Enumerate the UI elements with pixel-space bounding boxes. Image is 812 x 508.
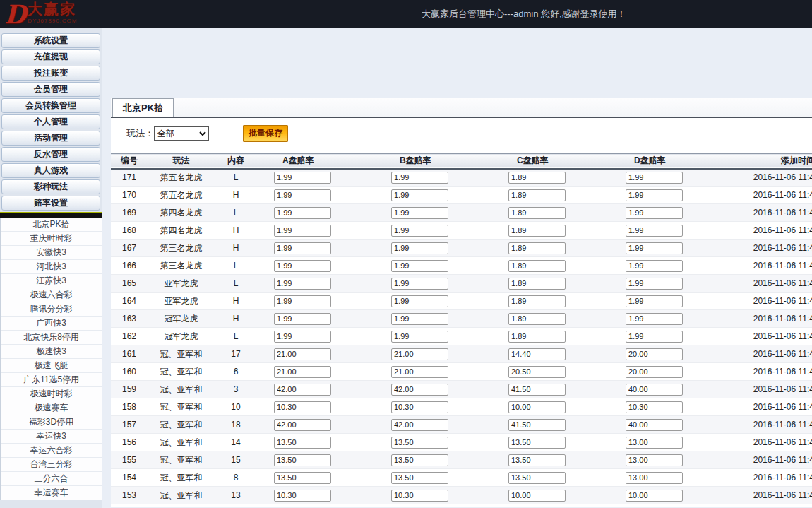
batch-save-button[interactable]: 批量保存 [243, 125, 288, 142]
sidebar-menu-button[interactable]: 个人管理 [1, 114, 100, 129]
sidebar-menu-button[interactable]: 系统设置 [1, 33, 100, 48]
odds-c-input[interactable] [508, 242, 566, 254]
odds-c-input[interactable] [508, 490, 566, 502]
sidebar-lottery-item[interactable]: 广西快3 [1, 317, 102, 331]
odds-c-input[interactable] [508, 189, 566, 201]
sidebar-menu-button[interactable]: 彩种玩法 [1, 179, 100, 194]
sidebar-menu-button[interactable]: 投注账变 [1, 66, 100, 81]
sidebar-menu-button[interactable]: 真人游戏 [1, 163, 100, 178]
sidebar-lottery-item[interactable]: 幸运快3 [1, 430, 102, 444]
odds-d-input[interactable] [626, 419, 683, 431]
sidebar-lottery-item[interactable]: 北京PK拾 [1, 218, 102, 232]
odds-b-input[interactable] [391, 472, 448, 484]
odds-a-input[interactable] [274, 242, 331, 254]
sidebar-menu-button[interactable]: 赔率设置 [1, 196, 100, 211]
odds-a-input[interactable] [274, 366, 331, 378]
odds-c-input[interactable] [508, 313, 566, 325]
odds-c-input[interactable] [508, 295, 566, 307]
odds-d-input[interactable] [626, 207, 683, 219]
odds-b-input[interactable] [391, 348, 448, 360]
odds-b-input[interactable] [391, 172, 448, 184]
odds-c-input[interactable] [508, 366, 566, 378]
sidebar-lottery-item[interactable]: 河北快3 [1, 260, 102, 274]
sidebar-lottery-item[interactable]: 极速飞艇 [1, 359, 102, 373]
sidebar-lottery-item[interactable]: 极速赛车 [1, 401, 102, 415]
odds-b-input[interactable] [391, 278, 448, 290]
odds-b-input[interactable] [391, 313, 448, 325]
odds-b-input[interactable] [391, 225, 448, 237]
sidebar-menu-button[interactable]: 充值提现 [1, 49, 100, 64]
odds-d-input[interactable] [626, 278, 683, 290]
odds-b-input[interactable] [391, 419, 448, 431]
odds-d-input[interactable] [626, 260, 683, 272]
odds-b-input[interactable] [391, 437, 448, 449]
sidebar-lottery-item[interactable]: 北京快乐8停用 [1, 331, 102, 345]
odds-d-input[interactable] [626, 295, 683, 307]
odds-c-input[interactable] [508, 331, 566, 343]
odds-a-input[interactable] [274, 313, 331, 325]
odds-b-input[interactable] [391, 242, 448, 254]
odds-a-input[interactable] [274, 419, 331, 431]
sidebar-lottery-item[interactable]: 幸运六合彩 [1, 444, 102, 458]
odds-d-input[interactable] [626, 172, 683, 184]
odds-d-input[interactable] [626, 366, 683, 378]
sidebar-menu-button[interactable]: 反水管理 [1, 147, 100, 162]
odds-d-input[interactable] [626, 384, 683, 396]
odds-a-input[interactable] [274, 207, 331, 219]
odds-a-input[interactable] [274, 331, 331, 343]
odds-c-input[interactable] [508, 472, 566, 484]
odds-d-input[interactable] [626, 189, 683, 201]
sidebar-lottery-item[interactable]: 幸运赛车 [1, 486, 102, 500]
sidebar-lottery-item[interactable]: 福彩3D停用 [1, 415, 102, 430]
odds-c-input[interactable] [508, 401, 566, 413]
sidebar-lottery-item[interactable]: 江苏快3 [1, 274, 102, 288]
odds-b-input[interactable] [391, 295, 448, 307]
odds-c-input[interactable] [508, 437, 566, 449]
brand-logo[interactable]: D 大赢家 DYJ67890.COM [4, 1, 77, 28]
sidebar-lottery-item[interactable]: 安徽快3 [1, 246, 102, 260]
odds-c-input[interactable] [508, 454, 566, 466]
odds-d-input[interactable] [626, 331, 683, 343]
odds-a-input[interactable] [274, 472, 331, 484]
sidebar-lottery-item[interactable]: 重庆时时彩 [1, 232, 102, 246]
odds-b-input[interactable] [391, 384, 448, 396]
odds-a-input[interactable] [274, 189, 331, 201]
odds-c-input[interactable] [508, 278, 566, 290]
odds-a-input[interactable] [274, 225, 331, 237]
odds-a-input[interactable] [274, 454, 331, 466]
odds-d-input[interactable] [626, 242, 683, 254]
odds-c-input[interactable] [508, 172, 566, 184]
odds-d-input[interactable] [626, 472, 683, 484]
odds-d-input[interactable] [626, 401, 683, 413]
odds-d-input[interactable] [626, 490, 683, 502]
sidebar-lottery-item[interactable]: 腾讯分分彩 [1, 302, 102, 317]
sidebar-menu-button[interactable]: 活动管理 [1, 131, 100, 146]
odds-a-input[interactable] [274, 278, 331, 290]
odds-b-input[interactable] [391, 454, 448, 466]
odds-a-input[interactable] [274, 490, 331, 502]
odds-c-input[interactable] [508, 225, 566, 237]
odds-a-input[interactable] [274, 172, 331, 184]
odds-b-input[interactable] [391, 490, 448, 502]
odds-b-input[interactable] [391, 207, 448, 219]
sidebar-lottery-item[interactable]: 极速快3 [1, 345, 102, 359]
sidebar-lottery-item[interactable]: 三分六合 [1, 472, 102, 486]
odds-b-input[interactable] [391, 331, 448, 343]
odds-b-input[interactable] [391, 260, 448, 272]
odds-d-input[interactable] [626, 348, 683, 360]
odds-c-input[interactable] [508, 207, 566, 219]
odds-d-input[interactable] [626, 454, 683, 466]
odds-b-input[interactable] [391, 366, 448, 378]
sidebar-lottery-item[interactable]: 广东11选5停用 [1, 373, 102, 387]
odds-c-input[interactable] [508, 348, 566, 360]
odds-a-input[interactable] [274, 348, 331, 360]
odds-b-input[interactable] [391, 401, 448, 413]
odds-d-input[interactable] [626, 313, 683, 325]
odds-a-input[interactable] [274, 260, 331, 272]
odds-a-input[interactable] [274, 437, 331, 449]
odds-a-input[interactable] [274, 401, 331, 413]
odds-d-input[interactable] [626, 225, 683, 237]
odds-a-input[interactable] [274, 295, 331, 307]
odds-a-input[interactable] [274, 384, 331, 396]
play-type-select[interactable]: 全部 [154, 126, 209, 141]
